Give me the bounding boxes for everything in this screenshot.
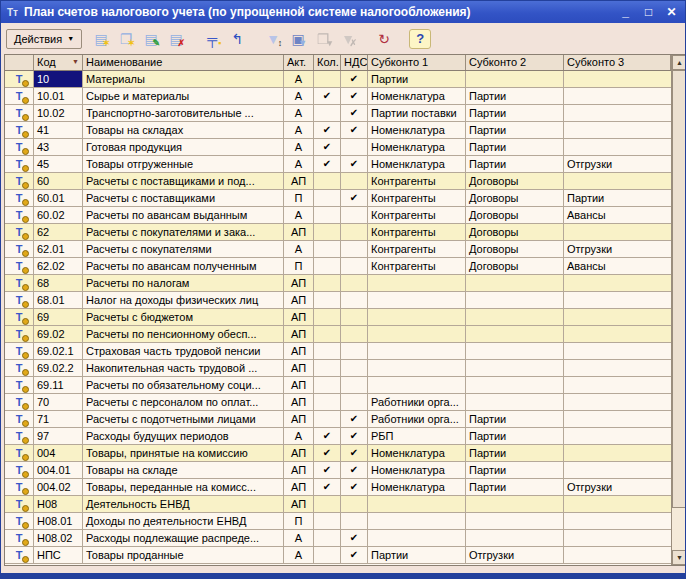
- table-row[interactable]: Т НПС Товары проданные А ✔ Партии Отгруз…: [5, 547, 671, 564]
- actions-menu-button[interactable]: Действия ▼: [6, 29, 82, 49]
- header-activity[interactable]: Акт.: [284, 55, 314, 70]
- account-code-cell: 97: [34, 428, 83, 444]
- account-quantity-cell: [314, 292, 341, 308]
- table-row[interactable]: Т Н08.02 Расходы подлежащие распреде... …: [5, 530, 671, 547]
- scrollbar-track[interactable]: [672, 508, 686, 550]
- account-subconto1-cell: Контрагенты: [368, 190, 466, 206]
- delete-button[interactable]: ▤ ✗: [165, 29, 187, 49]
- maximize-button[interactable]: □: [641, 5, 656, 19]
- header-subconto2[interactable]: Субконто 2: [466, 55, 564, 70]
- window-titlebar[interactable]: Тт План счетов налогового учета (по упро…: [1, 1, 685, 23]
- account-icon: Т: [13, 328, 25, 341]
- table-row[interactable]: Т 004.02 Товары, переданные на комисс...…: [5, 479, 671, 496]
- table-row[interactable]: Т 60 Расчеты с поставщиками и под... АП …: [5, 173, 671, 190]
- account-subconto3-cell: [564, 428, 671, 444]
- account-type-cell: Т: [5, 530, 34, 546]
- minimize-button[interactable]: _: [618, 5, 633, 19]
- account-name-cell: Накопительная часть трудовой ...: [83, 360, 284, 376]
- table-row[interactable]: Т Н08.01 Доходы по деятельности ЕНВД П: [5, 513, 671, 530]
- account-code-cell: 45: [34, 156, 83, 172]
- table-row[interactable]: Т 69 Расчеты с бюджетом АП: [5, 309, 671, 326]
- account-quantity-cell: [314, 309, 341, 325]
- account-subconto2-cell: [466, 360, 564, 376]
- account-subconto2-cell: Партии: [466, 156, 564, 172]
- table-row[interactable]: Т 62.02 Расчеты по авансам полученным П …: [5, 258, 671, 275]
- header-vat[interactable]: НДС: [341, 55, 368, 70]
- account-name-cell: Налог на доходы физических лиц: [83, 292, 284, 308]
- table-row[interactable]: Т 004.01 Товары на складе АП ✔ ✔ Номенкл…: [5, 462, 671, 479]
- account-quantity-cell: ✔: [314, 156, 341, 172]
- table-row[interactable]: Т 70 Расчеты с персоналом по оплат... АП…: [5, 394, 671, 411]
- new-account-button[interactable]: ▤ ✶: [90, 29, 112, 49]
- accounts-table: ▼ Код Наименование Акт. Кол. НДС Субконт…: [4, 54, 686, 566]
- up-one-level-button[interactable]: ↰: [226, 29, 248, 49]
- account-subconto3-cell: [564, 411, 671, 427]
- table-row[interactable]: Т 41 Товары на складах А ✔ ✔ Номенклатур…: [5, 122, 671, 139]
- scrollbar-thumb[interactable]: [672, 70, 686, 508]
- account-subconto1-cell: Партии: [368, 547, 466, 563]
- account-vat-cell: [341, 377, 368, 393]
- table-row[interactable]: Т 60.02 Расчеты по авансам выданным А Ко…: [5, 207, 671, 224]
- sort-filter-button[interactable]: ▼ ↕: [262, 29, 284, 49]
- new-group-button[interactable]: ❐ ✶: [115, 29, 137, 49]
- account-quantity-cell: [314, 547, 341, 563]
- account-icon: Т: [13, 396, 25, 409]
- scroll-down-button[interactable]: ▼: [672, 550, 686, 565]
- edit-button[interactable]: ▤ ✎: [140, 29, 162, 49]
- account-code-cell: 10.01: [34, 88, 83, 104]
- toolbar-icons: ▤ ✶ ❐ ✶ ▤ ✎ ▤ ✗ ╤ ▪ ↰ ▼ ↕ ▣ ▼ ❐ ▾ ▼ ✗ ↻ …: [90, 29, 431, 49]
- table-row[interactable]: Т 97 Расходы будущих периодов А ✔ ✔ РБП …: [5, 428, 671, 445]
- account-name-cell: Расчеты с поставщиками: [83, 190, 284, 206]
- account-subconto3-cell: Авансы: [564, 207, 671, 223]
- scroll-up-button[interactable]: ▲: [672, 55, 686, 70]
- header-subconto1[interactable]: Субконто 1: [368, 55, 466, 70]
- account-subconto1-cell: Номенклатура: [368, 139, 466, 155]
- account-type-cell: Т: [5, 88, 34, 104]
- header-name[interactable]: Наименование: [83, 55, 284, 70]
- filter-by-value-button[interactable]: ▣ ▼: [287, 29, 309, 49]
- account-subconto1-cell: Контрагенты: [368, 241, 466, 257]
- account-activity-cell: АП: [284, 360, 314, 376]
- account-subconto2-cell: [466, 71, 564, 87]
- table-row[interactable]: Т 62.01 Расчеты с покупателями А Контраг…: [5, 241, 671, 258]
- account-code-cell: 60.02: [34, 207, 83, 223]
- account-quantity-cell: ✔: [314, 479, 341, 495]
- table-row[interactable]: Т 10 Материалы А ✔ Партии: [5, 71, 671, 88]
- vertical-scrollbar[interactable]: ▲ ▼: [671, 55, 686, 565]
- table-row[interactable]: Т 71 Расчеты с подотчетными лицами АП ✔ …: [5, 411, 671, 428]
- account-code-cell: 68: [34, 275, 83, 291]
- table-row[interactable]: Т 60.01 Расчеты с поставщиками П ✔ Контр…: [5, 190, 671, 207]
- account-code-cell: 41: [34, 122, 83, 138]
- table-row[interactable]: Т Н08 Деятельность ЕНВД АП: [5, 496, 671, 513]
- account-name-cell: Расчеты по авансам полученным: [83, 258, 284, 274]
- table-row[interactable]: Т 69.11 Расчеты по обязательному соци...…: [5, 377, 671, 394]
- account-subconto1-cell: Партии поставки: [368, 105, 466, 121]
- account-icon: Т: [13, 277, 25, 290]
- table-row[interactable]: Т 10.01 Сырье и материалы А ✔ ✔ Номенкла…: [5, 88, 671, 105]
- table-row[interactable]: Т 68.01 Налог на доходы физических лиц А…: [5, 292, 671, 309]
- table-row[interactable]: Т 10.02 Транспортно-заготовительные ... …: [5, 105, 671, 122]
- account-quantity-cell: [314, 377, 341, 393]
- table-row[interactable]: Т 45 Товары отгруженные А ✔ ✔ Номенклату…: [5, 156, 671, 173]
- table-row[interactable]: Т 43 Готовая продукция А ✔ Номенклатура …: [5, 139, 671, 156]
- header-quantity[interactable]: Кол.: [314, 55, 341, 70]
- close-button[interactable]: ✕: [664, 5, 679, 19]
- table-row[interactable]: Т 004 Товары, принятые на комиссию АП ✔ …: [5, 445, 671, 462]
- account-activity-cell: П: [284, 190, 314, 206]
- refresh-button[interactable]: ↻: [373, 29, 395, 49]
- account-vat-cell: [341, 275, 368, 291]
- help-button[interactable]: ?: [409, 29, 431, 49]
- account-subconto2-cell: [466, 530, 564, 546]
- account-subconto3-cell: [564, 292, 671, 308]
- account-subconto1-cell: [368, 326, 466, 342]
- table-row[interactable]: Т 69.02 Расчеты по пенсионному обесп... …: [5, 326, 671, 343]
- table-row[interactable]: Т 62 Расчеты с покупателями и зака... АП…: [5, 224, 671, 241]
- table-row[interactable]: Т 69.02.1 Страховая часть трудовой пенси…: [5, 343, 671, 360]
- table-row[interactable]: Т 69.02.2 Накопительная часть трудовой .…: [5, 360, 671, 377]
- header-code[interactable]: ▼ Код: [34, 55, 83, 70]
- table-row[interactable]: Т 68 Расчеты по налогам АП: [5, 275, 671, 292]
- table-grid: ▼ Код Наименование Акт. Кол. НДС Субконт…: [5, 55, 671, 565]
- account-code-cell: 43: [34, 139, 83, 155]
- header-subconto3[interactable]: Субконто 3: [564, 55, 671, 70]
- deletion-mark-button[interactable]: ╤ ▪: [201, 29, 223, 49]
